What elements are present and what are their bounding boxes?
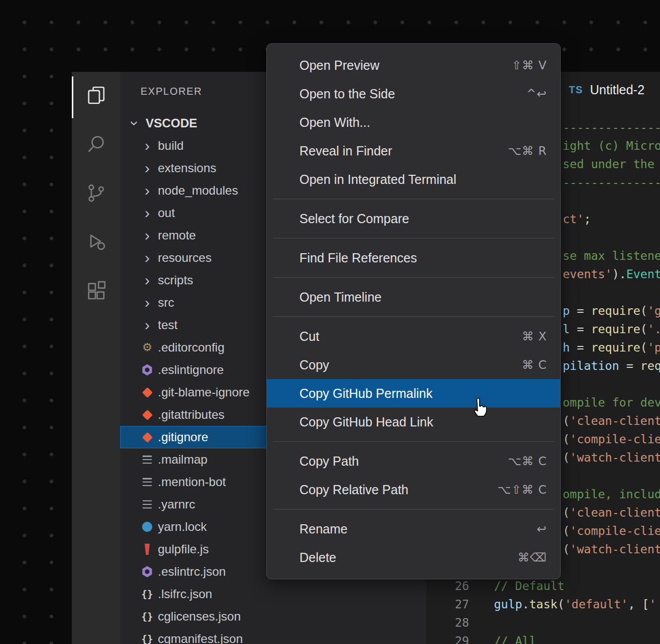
shortcut-hint: ⇧⌘ V	[512, 59, 547, 72]
activity-explorer-button[interactable]	[77, 76, 116, 115]
gear-icon: ⚙	[142, 341, 153, 354]
activity-extensions-button[interactable]	[77, 272, 116, 310]
code-line: sed under the	[563, 155, 654, 173]
code-line: ('compile-clie	[563, 522, 660, 540]
menu-item-copy-github-head-link[interactable]: Copy GitHub Head Link	[267, 408, 560, 436]
files-icon	[86, 85, 107, 106]
code-line: p = require('g	[563, 302, 660, 320]
search-icon	[86, 133, 107, 155]
code-line: // Default	[494, 577, 564, 595]
menu-item-reveal-in-finder[interactable]: Reveal in Finder⌥⌘ R	[267, 137, 560, 165]
chevron-right-icon: ›	[142, 230, 153, 241]
menu-item-cut[interactable]: Cut⌘ X	[267, 322, 560, 351]
menu-item-open-timeline[interactable]: Open Timeline	[267, 283, 560, 311]
tree-file-lsifrc[interactable]: {}.lsifrc.json	[120, 583, 426, 605]
line-number: 27	[426, 595, 469, 613]
code-line: ----------------	[563, 173, 660, 192]
tree-file-cgmanifest[interactable]: {}cgmanifest.json	[120, 628, 426, 644]
config-list-icon	[142, 453, 153, 466]
menu-separator	[273, 316, 554, 317]
menu-item-copy[interactable]: Copy⌘ C	[267, 351, 560, 379]
code-line: // All	[494, 632, 536, 644]
shortcut-hint: ⌘⌫	[517, 551, 547, 564]
chevron-right-icon: ›	[142, 185, 153, 196]
shortcut-hint: ⌘ C	[522, 358, 547, 371]
chevron-right-icon: ›	[142, 297, 153, 308]
eslint-icon	[142, 565, 153, 578]
tab-untitled-2[interactable]: TS Untitled-2	[554, 72, 660, 108]
gulp-icon	[142, 543, 153, 556]
typescript-icon: TS	[569, 84, 583, 96]
code-line: ('watch-client	[563, 540, 660, 558]
code-line: h = require('p	[563, 338, 660, 357]
menu-separator	[273, 509, 554, 509]
config-list-icon	[142, 475, 153, 489]
chevron-right-icon: ›	[142, 319, 153, 331]
menu-separator	[273, 238, 554, 238]
chevron-down-icon: ›	[129, 118, 141, 129]
menu-separator	[273, 199, 554, 199]
menu-item-open-to-the-side[interactable]: Open to the Side^↩	[267, 79, 560, 108]
config-list-icon	[142, 498, 153, 511]
context-menu: Open Preview⇧⌘ V Open to the Side^↩ Open…	[266, 43, 561, 579]
menu-item-copy-github-permalink[interactable]: Copy GitHub Permalink	[267, 379, 560, 408]
menu-separator	[273, 441, 554, 442]
menu-item-copy-relative-path[interactable]: Copy Relative Path⌥⇧⌘ C	[267, 475, 560, 504]
json-braces-icon: {}	[142, 632, 153, 644]
menu-item-copy-path[interactable]: Copy Path⌥⌘ C	[267, 447, 560, 475]
line-number: 26	[426, 577, 469, 595]
tree-file-cglicenses[interactable]: {}cglicenses.json	[120, 605, 426, 628]
extensions-icon	[86, 280, 107, 302]
shortcut-hint: ⌥⌘ C	[508, 454, 547, 468]
shortcut-hint: ⌘ X	[522, 330, 547, 343]
shortcut-hint: ⌥⇧⌘ C	[498, 483, 547, 496]
code-line: ('watch-client	[563, 448, 660, 467]
shortcut-hint: ^↩	[526, 87, 547, 100]
menu-item-rename[interactable]: Rename↩	[267, 515, 560, 543]
tab-title: Untitled-2	[590, 83, 645, 97]
menu-item-open-in-integrated-terminal[interactable]: Open in Integrated Terminal	[267, 165, 560, 194]
menu-item-open-preview[interactable]: Open Preview⇧⌘ V	[267, 51, 560, 79]
chevron-right-icon: ›	[142, 275, 153, 286]
line-number: 28	[426, 613, 469, 632]
code-line: se max listene	[563, 247, 660, 265]
chevron-right-icon: ›	[142, 163, 153, 174]
activity-bar	[72, 72, 120, 644]
code-line: ight (c) Micro	[563, 137, 660, 155]
menu-item-delete[interactable]: Delete⌘⌫	[267, 543, 560, 572]
active-view-indicator	[72, 76, 73, 118]
json-braces-icon: {}	[142, 587, 153, 601]
activity-search-button[interactable]	[77, 125, 116, 164]
menu-item-open-with[interactable]: Open With...	[267, 108, 560, 137]
git-icon	[142, 431, 153, 444]
eslint-icon	[142, 363, 153, 377]
activity-source-control-button[interactable]	[77, 174, 116, 212]
hand-pointer-cursor	[468, 397, 489, 419]
git-icon	[142, 386, 153, 399]
menu-item-select-for-compare[interactable]: Select for Compare	[267, 204, 560, 233]
source-control-branch-icon	[86, 182, 107, 204]
chevron-right-icon: ›	[142, 140, 153, 151]
code-line: l = require('.	[563, 320, 660, 338]
shortcut-hint: ⌥⌘ R	[508, 144, 547, 157]
activity-run-debug-button[interactable]	[77, 223, 116, 261]
menu-item-find-file-references[interactable]: Find File References	[267, 244, 560, 272]
git-icon	[142, 408, 153, 421]
menu-separator	[273, 277, 554, 278]
chevron-right-icon: ›	[142, 252, 153, 263]
code-line: ----------------	[563, 118, 660, 137]
code-line: ct';	[563, 210, 591, 228]
code-line: gulp.task('default', ['	[494, 595, 656, 613]
code-line: ('clean-client	[563, 412, 660, 430]
code-line: ('compile-clie	[563, 430, 660, 448]
code-line: events').Event	[563, 265, 660, 283]
code-line: ompile, includ	[563, 485, 660, 503]
yarn-icon	[142, 520, 153, 533]
code-line: pilation = req	[563, 357, 660, 375]
run-and-debug-icon	[86, 231, 107, 253]
code-line: ('clean-client	[563, 503, 660, 522]
line-number: 29	[426, 632, 469, 644]
chevron-right-icon: ›	[142, 207, 153, 219]
json-braces-icon: {}	[142, 610, 153, 623]
code-line: ompile for dev	[563, 393, 660, 412]
